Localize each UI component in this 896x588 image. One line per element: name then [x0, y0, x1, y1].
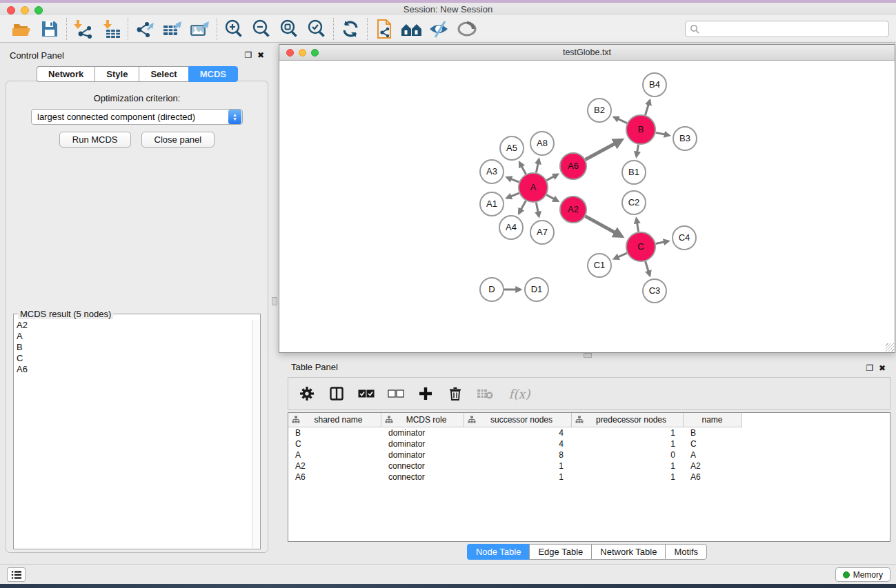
graph-node-A7[interactable]: A7 — [530, 221, 554, 244]
show-details-button[interactable] — [453, 17, 481, 41]
save-session-button[interactable] — [36, 17, 63, 41]
graph-node-C4[interactable]: C4 — [673, 226, 696, 250]
graph-edge-A6-B[interactable] — [586, 140, 621, 159]
column-header[interactable]: predecessor nodes — [572, 413, 684, 427]
table-cell[interactable]: A2 — [684, 460, 742, 472]
graph-node-A1[interactable]: A1 — [480, 192, 504, 216]
graph-edge-A-A6[interactable] — [546, 174, 557, 181]
table-cell[interactable]: 4 — [464, 427, 572, 438]
float-panel-button[interactable]: ❐ — [243, 50, 253, 60]
delete-column-button[interactable] — [446, 383, 464, 404]
show-columns-button[interactable] — [328, 383, 346, 404]
tab-motifs[interactable]: Motifs — [665, 544, 707, 560]
table-cell[interactable]: 1 — [464, 460, 572, 472]
table-row[interactable]: Cdominator41C — [288, 438, 890, 449]
table-cell[interactable]: connector — [381, 472, 464, 483]
graph-node-B1[interactable]: B1 — [622, 161, 646, 184]
graph-edge-C-C3[interactable] — [646, 261, 650, 275]
table-cell[interactable]: C — [684, 438, 742, 449]
result-list-item[interactable]: B — [17, 342, 252, 353]
table-row[interactable]: A2connector11A2 — [288, 460, 890, 472]
hide-details-button[interactable] — [426, 17, 453, 41]
zoom-in-button[interactable] — [220, 17, 248, 41]
graph-node-B4[interactable]: B4 — [643, 73, 666, 97]
network-window-titlebar[interactable]: testGlobe.txt — [279, 45, 895, 61]
result-list-item[interactable]: C — [17, 353, 252, 364]
zoom-fit-button[interactable] — [275, 17, 303, 41]
graph-edge-B-B3[interactable] — [656, 132, 669, 135]
tab-network[interactable]: Network — [37, 66, 94, 82]
result-list-item[interactable]: A — [17, 331, 252, 342]
network-from-selection-button[interactable] — [370, 17, 398, 41]
column-header[interactable]: name — [684, 413, 742, 427]
search-box[interactable] — [685, 21, 889, 37]
table-cell[interactable]: 1 — [572, 460, 684, 472]
deselect-all-button[interactable] — [387, 383, 405, 404]
graph-edge-A-A3[interactable] — [507, 177, 519, 182]
table-cell[interactable]: A2 — [288, 460, 381, 472]
table-row[interactable]: A6connector11A6 — [288, 472, 890, 483]
graph-node-A4[interactable]: A4 — [499, 216, 523, 239]
table-cell[interactable]: B — [684, 427, 742, 438]
graph-node-C1[interactable]: C1 — [588, 254, 611, 277]
table-cell[interactable]: 0 — [572, 449, 684, 460]
graph-edge-A-A4[interactable] — [519, 201, 526, 213]
close-view-button[interactable] — [286, 49, 294, 57]
apply-layout-button[interactable] — [337, 17, 364, 41]
zoom-out-button[interactable] — [248, 17, 275, 41]
table-cell[interactable]: connector — [381, 460, 464, 472]
search-input[interactable] — [699, 22, 888, 36]
export-table-button[interactable] — [159, 17, 186, 41]
vertical-splitter-handle[interactable] — [272, 297, 277, 305]
tab-select[interactable]: Select — [139, 66, 188, 82]
graph-node-A5[interactable]: A5 — [500, 136, 524, 160]
table-cell[interactable]: dominator — [381, 438, 464, 449]
open-session-button[interactable] — [8, 17, 36, 41]
graph-node-A2[interactable]: A2 — [560, 196, 586, 223]
table-cell[interactable]: 4 — [464, 438, 572, 449]
close-window-button[interactable] — [7, 6, 15, 14]
resize-grip[interactable] — [886, 343, 894, 352]
column-header[interactable]: MCDS role — [381, 413, 464, 427]
minimize-view-button[interactable] — [299, 49, 306, 57]
maximize-view-button[interactable] — [311, 49, 319, 57]
close-panel-button[interactable]: ✖ — [256, 50, 266, 60]
table-cell[interactable]: 1 — [572, 438, 684, 449]
tab-node-table[interactable]: Node Table — [467, 544, 530, 560]
tab-network-table[interactable]: Network Table — [591, 544, 665, 560]
graph-edge-A2-C[interactable] — [586, 216, 621, 236]
graph-node-C[interactable]: C — [626, 232, 655, 261]
table-cell[interactable]: 1 — [464, 472, 572, 483]
graph-node-D[interactable]: D — [480, 278, 504, 301]
import-table-button[interactable] — [97, 17, 125, 41]
column-header[interactable]: successor nodes — [464, 413, 572, 427]
zoom-window-button[interactable] — [34, 6, 43, 14]
graph-edge-C-C4[interactable] — [656, 241, 668, 244]
graph-node-A8[interactable]: A8 — [530, 132, 554, 155]
table-cell[interactable]: A — [288, 449, 381, 460]
graph-edge-A-A8[interactable] — [536, 159, 539, 172]
graph-node-C2[interactable]: C2 — [622, 191, 646, 214]
table-cell[interactable]: dominator — [381, 449, 464, 460]
select-all-button[interactable] — [357, 383, 375, 404]
table-cell[interactable]: C — [288, 438, 381, 449]
minimize-window-button[interactable] — [21, 6, 29, 14]
memory-button[interactable]: Memory — [835, 567, 890, 582]
table-cell[interactable]: A — [684, 449, 742, 460]
run-mcds-button[interactable]: Run MCDS — [59, 132, 131, 148]
table-cell[interactable]: 8 — [464, 449, 572, 460]
graph-edge-A-A7[interactable] — [536, 203, 539, 216]
create-column-button[interactable] — [417, 383, 435, 404]
function-builder-button[interactable]: f(x) — [506, 383, 533, 404]
result-scrollbar[interactable] — [252, 320, 259, 548]
close-table-panel-button[interactable]: ✖ — [877, 363, 887, 373]
graph-edge-C-C1[interactable] — [615, 253, 627, 258]
result-list-item[interactable]: A2 — [17, 320, 252, 331]
table-settings-button[interactable] — [298, 383, 316, 404]
graph-node-A6[interactable]: A6 — [560, 153, 586, 179]
table-cell[interactable]: B — [288, 427, 381, 438]
tab-style[interactable]: Style — [94, 66, 139, 82]
close-panel-button2[interactable]: Close panel — [141, 132, 215, 148]
zoom-selected-button[interactable] — [303, 17, 330, 41]
graph-edge-A-A2[interactable] — [546, 195, 557, 201]
